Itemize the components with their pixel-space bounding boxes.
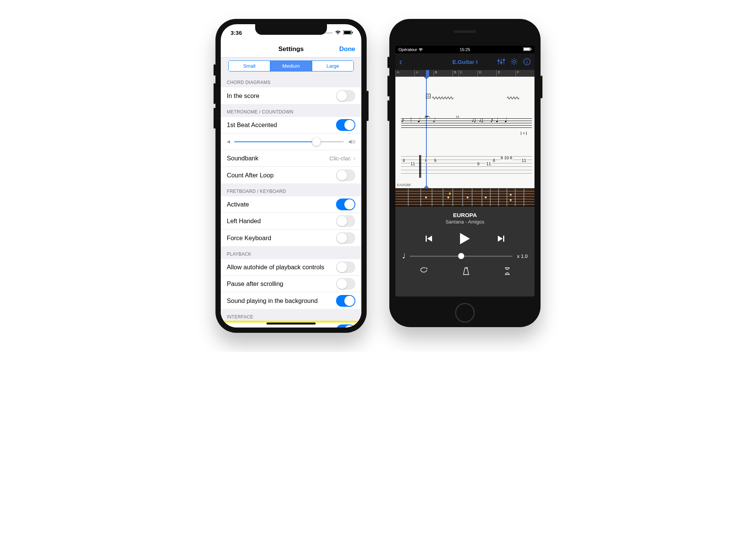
count-after-loop-label: Count After Loop [227, 172, 336, 179]
dark-mode-switch[interactable] [336, 324, 355, 328]
status-time: 15:25 [460, 47, 470, 52]
ruler-mark: B [452, 70, 459, 76]
song-subtitle: Santana - Amigos [446, 219, 485, 225]
activate-switch[interactable] [336, 199, 355, 210]
section-fretboard: FRETBOARD / KEYBOARD [221, 183, 361, 196]
row-force-keyboard[interactable]: Force Keyboard [221, 230, 361, 246]
ruler-mark: C [459, 70, 477, 76]
svg-rect-11 [503, 59, 505, 61]
beat-number: 11 [456, 115, 459, 118]
sound-bg-label: Sound playing in the background [227, 297, 336, 304]
row-count-after-loop[interactable]: Count After Loop [221, 167, 361, 183]
speed-slider-row: ♩ x 1.0 [402, 252, 528, 260]
vibrato-mark: ∿∿∿∿ [507, 95, 519, 101]
play-button[interactable] [459, 232, 471, 245]
player-nav: ‹ E.Guitar I [395, 53, 534, 70]
tuning-label: EADGBE [397, 183, 411, 187]
force-keyboard-switch[interactable] [336, 232, 355, 244]
done-button[interactable]: Done [339, 45, 356, 53]
pause-scroll-switch[interactable] [336, 278, 355, 290]
row-sound-bg[interactable]: Sound playing in the background [221, 292, 361, 309]
in-score-switch[interactable] [336, 90, 355, 102]
battery-icon [343, 30, 353, 35]
section-playback: PLAYBACK [221, 246, 361, 259]
svg-point-14 [527, 60, 527, 61]
battery-icon [523, 47, 531, 51]
song-title: EUROPA [453, 212, 477, 218]
svg-rect-2 [352, 32, 353, 34]
force-keyboard-label: Force Keyboard [227, 234, 336, 242]
volume-low-icon: ◀ [227, 139, 230, 144]
fretboard-view[interactable] [395, 188, 534, 206]
ruler-mark: F [516, 70, 534, 76]
pause-scroll-label: Pause after scrolling [227, 280, 336, 287]
svg-rect-4 [524, 48, 530, 51]
row-autohide[interactable]: Allow autohide of playback controls [221, 259, 361, 276]
phone-player: Opérateur 15:25 ‹ E.Guitar I [389, 19, 541, 327]
settings-content[interactable]: Small Medium Large CHORD DIAGRAMS In the… [221, 57, 361, 328]
row-left-handed[interactable]: Left Handed [221, 213, 361, 230]
segment-medium[interactable]: Medium [270, 61, 311, 71]
section-ruler[interactable]: A A B B C D E F [395, 70, 534, 77]
ruler-mark: B [434, 70, 452, 76]
score-view[interactable]: A ∿∿∿∿∿∿∿ ∿∿∿∿ ♪ 𝄀 𝅘𝅥 ⁀𝅗𝅥 ♫♫ ♪♩ ♩ 10 11 … [395, 77, 534, 188]
prev-button[interactable] [424, 234, 433, 243]
track-title: E.Guitar I [452, 59, 478, 65]
soundbank-value: Clic-clac [329, 155, 351, 161]
active-note-dot [448, 192, 451, 196]
status-bar-dark: Opérateur 15:25 [395, 46, 534, 53]
first-beat-label: 1st Beat Accented [227, 121, 336, 129]
section-interface: INTERFACE [221, 309, 361, 322]
activate-label: Activate [227, 201, 336, 208]
info-icon[interactable] [523, 58, 531, 65]
count-after-loop-switch[interactable] [336, 169, 355, 181]
back-button[interactable]: ‹ [399, 56, 403, 68]
left-handed-label: Left Handed [227, 217, 336, 225]
text-size-segmented[interactable]: Small Medium Large [228, 61, 354, 71]
chevron-right-icon: › [353, 154, 355, 162]
segment-large[interactable]: Large [312, 61, 353, 71]
section-chord-diagrams: CHORD DIAGRAMS [221, 75, 361, 87]
page-title: Settings [278, 45, 304, 53]
fret-num: 11 [486, 161, 491, 166]
mixer-icon[interactable] [497, 58, 505, 65]
row-activate[interactable]: Activate [221, 196, 361, 213]
wifi-icon [335, 30, 341, 35]
autohide-switch[interactable] [336, 261, 355, 273]
tab-staff: 8 11 8 9 9 11 8 8 10 8 11 [401, 156, 532, 177]
segment-small[interactable]: Small [229, 61, 270, 71]
speed-slider[interactable] [410, 256, 513, 257]
fret-num: 9 [477, 161, 480, 166]
gear-icon[interactable] [510, 58, 518, 65]
music-staff: ♪ 𝄀 𝅘𝅥 ⁀𝅗𝅥 ♫♫ ♪♩ ♩ 10 11 3 [401, 118, 532, 130]
home-indicator[interactable] [266, 323, 316, 324]
tuplet-3: 3 [521, 132, 526, 135]
wifi-icon [418, 48, 423, 51]
fret-num: 8 [402, 158, 405, 163]
speed-label: x 1.0 [517, 253, 528, 259]
beat-number: 10 [424, 115, 428, 118]
row-soundbank[interactable]: Soundbank Clic-clac › [221, 150, 361, 167]
row-pause-scroll[interactable]: Pause after scrolling [221, 276, 361, 292]
left-handed-switch[interactable] [336, 215, 355, 227]
in-score-label: In the score [227, 92, 336, 99]
ruler-play-marker[interactable] [426, 70, 429, 76]
home-button[interactable] [455, 303, 475, 323]
autohide-label: Allow autohide of playback controls [227, 264, 336, 271]
ruler-mark: E [496, 70, 515, 76]
countdown-button[interactable] [504, 267, 511, 275]
rehearsal-mark: A [426, 94, 431, 98]
metronome-button[interactable] [462, 267, 470, 275]
row-first-beat[interactable]: 1st Beat Accented [221, 117, 361, 134]
next-button[interactable] [497, 234, 505, 243]
volume-slider[interactable] [234, 141, 344, 142]
sound-bg-switch[interactable] [336, 295, 355, 307]
fret-num: 8 [493, 158, 496, 163]
ruler-mark: A [395, 70, 414, 76]
first-beat-switch[interactable] [336, 119, 355, 131]
section-metronome: METRONOME / COUNTDOWN [221, 104, 361, 117]
earpiece [454, 30, 476, 33]
row-in-score[interactable]: In the score [221, 87, 361, 104]
row-volume-slider[interactable]: ◀ ◀))) [221, 134, 361, 150]
loop-button[interactable] [419, 267, 428, 275]
